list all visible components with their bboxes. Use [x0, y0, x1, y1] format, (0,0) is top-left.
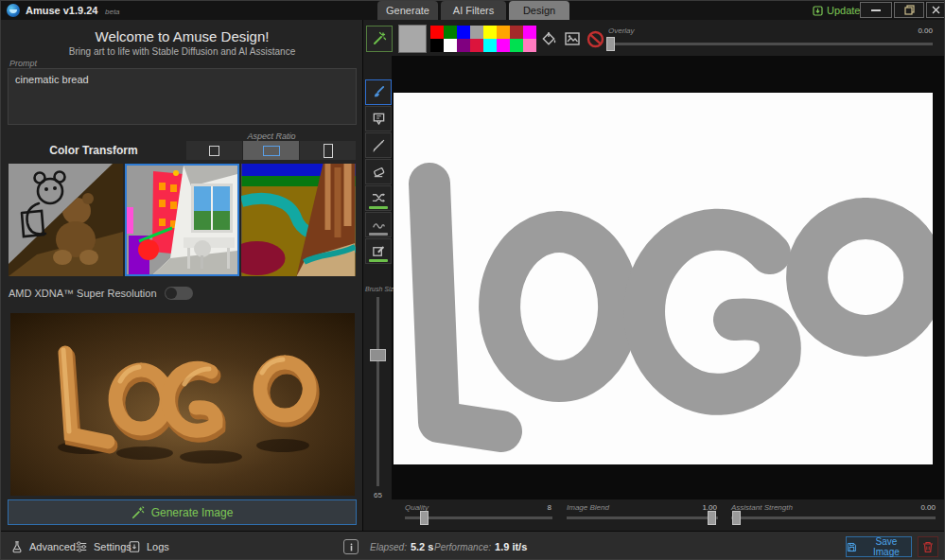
- palette-swatch[interactable]: [523, 39, 536, 52]
- overlay-slider-track[interactable]: [608, 43, 933, 45]
- shuffle-enabled-indicator: [369, 206, 388, 209]
- trash-icon: [922, 541, 934, 553]
- assistant-strength-slider-value: 0.00: [886, 503, 936, 512]
- brush-tool[interactable]: [365, 79, 392, 105]
- palette-swatch[interactable]: [470, 39, 483, 52]
- tab-design[interactable]: Design: [509, 1, 569, 20]
- restore-icon: [904, 5, 915, 15]
- image-transfer-button[interactable]: [563, 29, 582, 48]
- shuffle-tool[interactable]: [365, 185, 392, 211]
- status-bar: Advanced Settings Logs Elapsed:: [1, 531, 945, 560]
- palette-swatch[interactable]: [523, 26, 536, 39]
- color-transform-thumbnail-sketch-bear[interactable]: [9, 164, 123, 276]
- performance-label: Performance:: [434, 542, 491, 552]
- ai-assist-wand-tool[interactable]: [366, 26, 393, 52]
- save-image-button[interactable]: Save Image: [846, 536, 912, 557]
- current-color-swatch[interactable]: [398, 25, 427, 53]
- overlay-slider-value: 0.00: [885, 26, 933, 35]
- pen-icon: [372, 138, 386, 152]
- edit-enabled-indicator: [369, 259, 388, 262]
- performance-value: 1.9 it/s: [495, 541, 527, 552]
- super-resolution-row: AMD XDNA™ Super Resolution: [9, 287, 193, 300]
- color-transform-thumbnail-canyon[interactable]: [241, 164, 356, 276]
- brush-size-label: Brush Size: [365, 286, 397, 292]
- color-transform-thumbnail-room-selected[interactable]: [125, 164, 239, 276]
- brush-size-value: 65: [370, 491, 386, 499]
- image-blend-slider-thumb[interactable]: [708, 511, 716, 525]
- welcome-title: Welcome to Amuse Design!: [1, 28, 363, 44]
- overlay-slider-thumb[interactable]: [606, 37, 615, 51]
- portrait-aspect-icon: [324, 144, 333, 158]
- logs-label: Logs: [147, 541, 169, 552]
- image-blend-slider-label: Image Blend: [567, 503, 609, 512]
- palette-swatch[interactable]: [444, 26, 457, 39]
- fill-bucket-icon: [541, 30, 558, 47]
- palette-swatch[interactable]: [510, 39, 523, 52]
- pen-tool[interactable]: [365, 132, 392, 158]
- delete-image-button[interactable]: [918, 536, 938, 557]
- aspect-portrait-button[interactable]: [300, 141, 356, 160]
- overlay-slider-label: Overlay: [608, 26, 635, 35]
- color-palette: [430, 26, 536, 52]
- drawing-canvas[interactable]: [394, 93, 933, 464]
- save-image-label: Save Image: [862, 536, 911, 557]
- aspect-ratio-label: Aspect Ratio: [186, 131, 357, 141]
- welcome-subtitle: Bring art to life with Stable Diffusion …: [1, 46, 363, 57]
- eraser-tool[interactable]: [365, 159, 392, 184]
- palette-swatch[interactable]: [430, 26, 444, 39]
- brush-size-track[interactable]: [376, 297, 379, 486]
- palette-swatch[interactable]: [497, 39, 510, 52]
- advanced-button[interactable]: Advanced: [10, 532, 76, 560]
- aspect-landscape-button[interactable]: [243, 141, 299, 160]
- settings-label: Settings: [94, 541, 131, 552]
- tab-ai-filters[interactable]: AI Filters: [441, 1, 506, 20]
- restore-button[interactable]: [894, 2, 924, 18]
- info-button[interactable]: [343, 539, 359, 554]
- tab-generate[interactable]: Generate: [377, 1, 438, 20]
- update-button[interactable]: Update: [813, 3, 860, 18]
- save-icon: [847, 542, 857, 552]
- palette-swatch[interactable]: [444, 39, 457, 52]
- super-resolution-toggle[interactable]: [165, 287, 193, 300]
- elapsed-label: Elapsed:: [370, 542, 407, 552]
- palette-swatch[interactable]: [483, 26, 497, 39]
- edit-canvas-tool[interactable]: [365, 238, 392, 264]
- brush-icon: [372, 85, 386, 99]
- minimize-button[interactable]: [860, 2, 892, 18]
- scribble-tool[interactable]: [365, 212, 392, 237]
- left-panel: Welcome to Amuse Design! Bring art to li…: [1, 20, 363, 531]
- update-label: Update: [827, 5, 860, 16]
- quality-slider-thumb[interactable]: [420, 511, 429, 525]
- palette-swatch[interactable]: [430, 39, 444, 52]
- aspect-square-button[interactable]: [186, 141, 242, 160]
- palette-swatch[interactable]: [510, 26, 523, 39]
- palette-swatch[interactable]: [497, 26, 510, 39]
- image-blend-slider-track[interactable]: [567, 516, 718, 519]
- magic-wand-icon: [131, 506, 145, 519]
- scribble-icon: [372, 219, 386, 231]
- update-icon: [813, 6, 823, 16]
- clear-prohibition-button[interactable]: [586, 29, 604, 48]
- close-button[interactable]: [926, 2, 945, 18]
- palette-swatch[interactable]: [483, 39, 497, 52]
- edit-canvas-icon: [372, 244, 386, 258]
- logs-button[interactable]: Logs: [128, 532, 169, 560]
- stamp-tool[interactable]: [365, 106, 392, 131]
- fill-bucket-button[interactable]: [540, 29, 559, 48]
- palette-swatch[interactable]: [457, 26, 470, 39]
- palette-swatch[interactable]: [470, 26, 483, 39]
- toggle-knob: [166, 288, 177, 299]
- landscape-aspect-icon: [263, 146, 280, 156]
- assistant-strength-slider-track[interactable]: [731, 516, 936, 519]
- image-transfer-icon: [564, 30, 581, 47]
- brush-size-thumb[interactable]: [370, 349, 386, 361]
- minimize-icon: [871, 9, 881, 11]
- assistant-strength-slider-thumb[interactable]: [732, 511, 741, 525]
- settings-button[interactable]: Settings: [75, 532, 131, 560]
- generate-image-button[interactable]: Generate Image: [8, 499, 357, 525]
- prompt-input[interactable]: cinematic bread: [8, 68, 357, 125]
- generated-image-preview[interactable]: [10, 313, 355, 496]
- elapsed-metric: Elapsed: 5.2 s: [370, 532, 433, 560]
- palette-swatch[interactable]: [457, 39, 470, 52]
- color-transform-label: Color Transform: [1, 144, 186, 157]
